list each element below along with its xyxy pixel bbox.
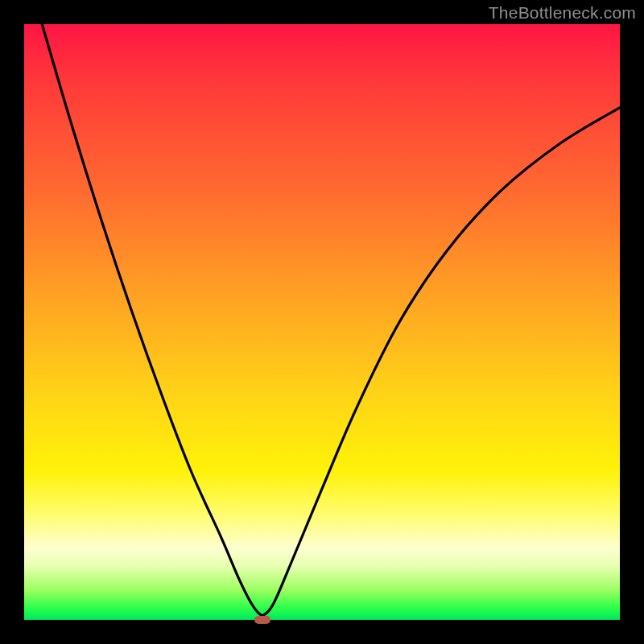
plot-area bbox=[24, 24, 620, 620]
minimum-marker bbox=[254, 616, 270, 624]
watermark-text: TheBottleneck.com bbox=[489, 3, 636, 23]
bottleneck-curve bbox=[42, 24, 620, 616]
chart-frame: TheBottleneck.com bbox=[0, 0, 644, 644]
curve-svg bbox=[24, 24, 620, 620]
